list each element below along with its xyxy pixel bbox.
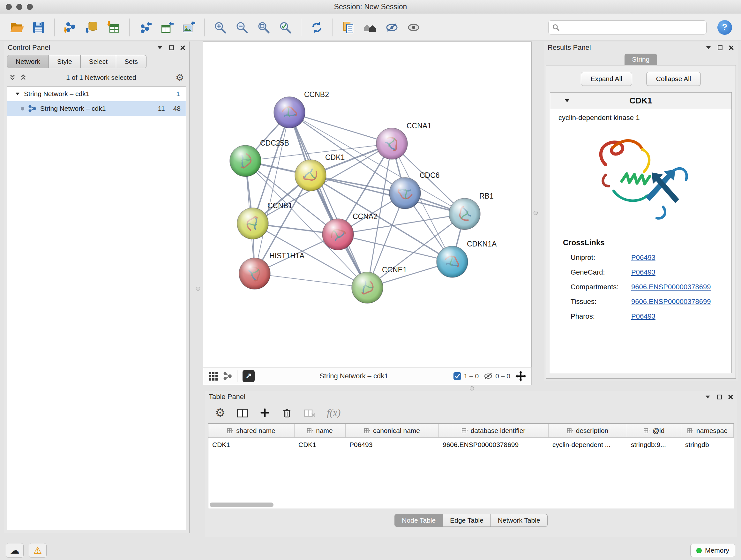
cell-id[interactable]: stringdb:9... bbox=[627, 438, 681, 452]
expand-all-button[interactable]: Expand All bbox=[581, 72, 632, 86]
network-edge[interactable] bbox=[255, 112, 289, 273]
crosslink-tissues-link[interactable]: 9606.ENSP00000378699 bbox=[631, 298, 711, 306]
zoom-fit-button[interactable] bbox=[254, 17, 273, 38]
string-results-tab[interactable]: String bbox=[624, 54, 657, 65]
export-network-button[interactable] bbox=[135, 17, 155, 38]
network-node-ccna2[interactable] bbox=[322, 219, 354, 250]
network-edge[interactable] bbox=[338, 234, 452, 262]
network-node-cdc25b[interactable] bbox=[230, 145, 261, 177]
crosslink-pharos-link[interactable]: P06493 bbox=[631, 312, 656, 320]
home-button[interactable] bbox=[360, 17, 380, 38]
gene-header-row[interactable]: CDK1 bbox=[550, 92, 731, 109]
expand-all-icon[interactable] bbox=[20, 74, 27, 81]
open-session-button[interactable] bbox=[7, 17, 27, 38]
help-button[interactable]: ? bbox=[718, 20, 732, 35]
zoom-in-button[interactable] bbox=[210, 17, 230, 38]
network-node-ccnb1[interactable] bbox=[237, 208, 268, 239]
search-input[interactable] bbox=[562, 23, 702, 31]
tree-expand-icon[interactable] bbox=[15, 92, 20, 96]
horizontal-scrollbar[interactable] bbox=[210, 503, 732, 508]
warnings-button[interactable]: ⚠ bbox=[29, 543, 47, 558]
tab-style[interactable]: Style bbox=[49, 55, 81, 68]
refresh-button[interactable] bbox=[307, 17, 327, 38]
cell-name[interactable]: CDK1 bbox=[294, 438, 346, 452]
crosslink-uniprot-link[interactable]: P06493 bbox=[631, 253, 656, 262]
column-header-id[interactable]: @id bbox=[627, 424, 681, 438]
import-table-button[interactable] bbox=[104, 17, 124, 38]
network-graph[interactable]: CCNB2CCNA1CDC25BCDK1CDC6RB1CCNB1CCNA2CDK… bbox=[203, 42, 531, 367]
network-node-ccnb2[interactable] bbox=[274, 97, 305, 128]
zoom-out-button[interactable] bbox=[232, 17, 252, 38]
tab-edge-table[interactable]: Edge Table bbox=[443, 514, 491, 527]
network-node-ccne1[interactable] bbox=[352, 272, 383, 303]
cell-database-identifier[interactable]: 9606.ENSP00000378699 bbox=[439, 438, 549, 452]
pan-crosshair-icon[interactable] bbox=[515, 371, 526, 381]
cloud-status-button[interactable]: ☁ bbox=[6, 543, 23, 558]
right-splitter-handle[interactable] bbox=[534, 211, 538, 215]
column-header-canonical-name[interactable]: canonical name bbox=[346, 424, 439, 438]
detach-view-button[interactable]: ↗ bbox=[243, 370, 255, 382]
network-node-cdc6[interactable] bbox=[389, 178, 421, 209]
float-panel-icon[interactable] bbox=[717, 394, 722, 400]
show-columns-icon[interactable] bbox=[237, 408, 248, 418]
close-panel-icon[interactable] bbox=[729, 45, 734, 51]
show-details-button[interactable] bbox=[404, 17, 423, 38]
memory-button[interactable]: Memory bbox=[690, 544, 735, 557]
network-node-hist1h1a[interactable] bbox=[239, 258, 270, 289]
cell-canonical-name[interactable]: P06493 bbox=[346, 438, 439, 452]
tab-sets[interactable]: Sets bbox=[116, 55, 146, 68]
network-collection-row[interactable]: String Network – cdk1 1 bbox=[7, 86, 186, 101]
tab-network[interactable]: Network bbox=[7, 55, 49, 68]
hide-details-button[interactable] bbox=[382, 17, 402, 38]
network-edge[interactable] bbox=[289, 112, 367, 288]
cell-namespace[interactable]: stringdb bbox=[681, 438, 734, 452]
import-network-from-file-button[interactable] bbox=[60, 17, 80, 38]
column-header-database-identifier[interactable]: database identifier bbox=[439, 424, 549, 438]
import-network-from-database-button[interactable] bbox=[82, 17, 102, 38]
network-node-cdk1[interactable] bbox=[295, 160, 326, 191]
crosslink-compartments-link[interactable]: 9606.ENSP00000378699 bbox=[631, 283, 711, 291]
birds-eye-view-icon[interactable] bbox=[223, 372, 232, 381]
panel-menu-icon[interactable] bbox=[704, 395, 711, 399]
crosslink-genecard-link[interactable]: P06493 bbox=[631, 268, 656, 276]
column-header-name[interactable]: name bbox=[294, 424, 346, 438]
copy-document-button[interactable] bbox=[339, 17, 358, 38]
network-node-rb1[interactable] bbox=[449, 198, 480, 230]
network-options-gear-icon[interactable]: ⚙ bbox=[176, 73, 184, 82]
cell-shared-name[interactable]: CDK1 bbox=[208, 438, 294, 452]
bottom-splitter-handle[interactable] bbox=[470, 386, 474, 390]
cell-description[interactable]: cyclin-dependent ... bbox=[549, 438, 627, 452]
network-node-cdkn1a[interactable] bbox=[436, 246, 468, 277]
table-settings-gear-icon[interactable]: ⚙ bbox=[215, 407, 225, 419]
float-panel-icon[interactable] bbox=[718, 45, 723, 51]
add-column-icon[interactable] bbox=[260, 408, 270, 418]
save-session-button[interactable] bbox=[29, 17, 49, 38]
float-panel-icon[interactable] bbox=[169, 45, 174, 51]
tab-network-table[interactable]: Network Table bbox=[490, 514, 548, 527]
column-header-description[interactable]: description bbox=[549, 424, 627, 438]
network-canvas[interactable]: CCNB2CCNA1CDC25BCDK1CDC6RB1CCNB1CCNA2CDK… bbox=[203, 42, 532, 367]
close-panel-icon[interactable] bbox=[180, 45, 185, 51]
table-row[interactable]: CDK1 CDK1 P06493 9606.ENSP00000378699 cy… bbox=[208, 438, 734, 452]
export-table-button[interactable] bbox=[157, 17, 177, 38]
zoom-selected-button[interactable] bbox=[275, 17, 295, 38]
panel-menu-icon[interactable] bbox=[157, 45, 163, 50]
network-edge[interactable] bbox=[255, 273, 367, 288]
column-header-namespace[interactable]: namespac bbox=[681, 424, 734, 438]
tab-node-table[interactable]: Node Table bbox=[394, 514, 443, 527]
tab-select[interactable]: Select bbox=[80, 55, 116, 68]
close-panel-icon[interactable] bbox=[728, 394, 733, 400]
left-splitter-handle[interactable] bbox=[196, 287, 200, 291]
horizontal-scrollbar-thumb[interactable] bbox=[210, 503, 273, 507]
function-builder-icon[interactable]: f(x) bbox=[327, 407, 340, 419]
grid-view-icon[interactable] bbox=[208, 371, 218, 381]
panel-menu-icon[interactable] bbox=[705, 45, 712, 50]
network-node-ccna1[interactable] bbox=[376, 128, 408, 159]
network-row-selected[interactable]: String Network – cdk1 11 48 bbox=[7, 101, 186, 116]
column-header-shared-name[interactable]: shared name bbox=[208, 424, 294, 438]
collapse-all-icon[interactable] bbox=[9, 74, 16, 81]
delete-column-icon[interactable] bbox=[281, 408, 292, 418]
collapse-all-button[interactable]: Collapse All bbox=[646, 72, 701, 86]
collapse-section-icon[interactable] bbox=[564, 99, 570, 103]
network-edge[interactable] bbox=[289, 112, 392, 144]
